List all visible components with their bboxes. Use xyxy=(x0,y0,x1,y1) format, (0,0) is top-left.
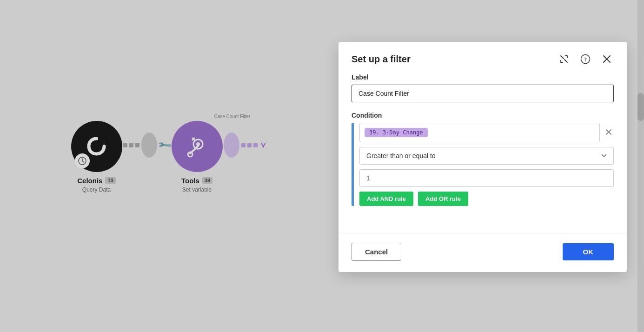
condition-content: 39. 3-Day Change Greater than or equal t… xyxy=(359,123,614,206)
modal-title: Set up a filter xyxy=(352,54,411,65)
condition-value-input[interactable] xyxy=(359,169,614,187)
remove-icon xyxy=(605,129,612,135)
cancel-button[interactable]: Cancel xyxy=(352,243,401,261)
help-button[interactable]: ? xyxy=(578,52,592,66)
close-button[interactable] xyxy=(600,52,614,66)
filter-modal: Set up a filter ? Label xyxy=(339,42,627,272)
condition-label: Condition xyxy=(352,112,614,119)
condition-operator-select[interactable]: Greater than or equal to Greater than Le… xyxy=(359,147,614,165)
add-or-rule-button[interactable]: Add OR rule xyxy=(418,192,468,206)
close-icon xyxy=(603,55,611,63)
modal-action-icons: ? xyxy=(557,52,614,66)
condition-tag-row: 39. 3-Day Change xyxy=(359,123,614,142)
expand-icon xyxy=(559,54,569,64)
ok-button[interactable]: OK xyxy=(563,243,614,260)
remove-condition-button[interactable] xyxy=(604,129,614,136)
condition-tag-input[interactable]: 39. 3-Day Change xyxy=(359,123,600,142)
label-form-group: Label xyxy=(352,73,614,102)
condition-wrapper: 39. 3-Day Change Greater than or equal t… xyxy=(352,123,614,206)
modal-footer: Cancel OK xyxy=(339,233,627,272)
condition-operator-row: Greater than or equal to Greater than Le… xyxy=(359,147,614,165)
modal-header: Set up a filter ? xyxy=(339,42,627,73)
condition-form-group: Condition 39. 3-Day Change xyxy=(352,112,614,206)
modal-body: Label Condition 39. 3-Day Change xyxy=(339,73,627,228)
condition-bar xyxy=(352,123,354,206)
add-and-rule-button[interactable]: Add AND rule xyxy=(359,192,413,206)
condition-tag: 39. 3-Day Change xyxy=(365,128,428,137)
rule-buttons: Add AND rule Add OR rule xyxy=(359,192,614,206)
expand-button[interactable] xyxy=(557,52,571,66)
help-icon: ? xyxy=(580,54,591,64)
condition-value-row xyxy=(359,169,614,187)
svg-text:?: ? xyxy=(584,56,587,63)
label-input[interactable] xyxy=(352,85,614,102)
label-field-label: Label xyxy=(352,73,614,81)
